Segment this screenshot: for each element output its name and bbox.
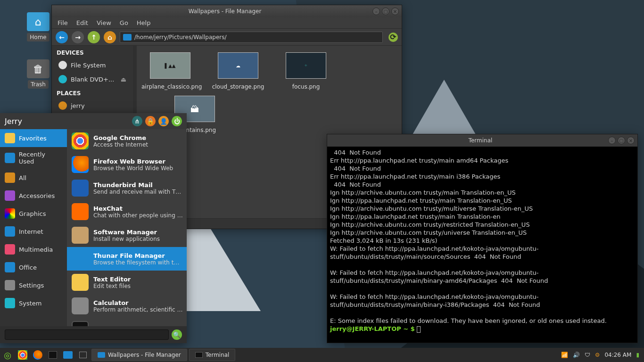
menu-help[interactable]: Help (137, 19, 151, 26)
text-editor-icon (72, 274, 89, 291)
eject-icon[interactable]: ⏏ (121, 76, 126, 83)
palette-icon (5, 208, 15, 219)
battery-icon[interactable]: ▮ (636, 352, 639, 358)
file-item[interactable]: ▌▲▲ airplane_classico.png (141, 52, 199, 90)
category-internet[interactable]: Internet (0, 222, 67, 240)
window-minimize-button[interactable]: – (608, 137, 616, 144)
category-graphics[interactable]: Graphics (0, 205, 67, 222)
app-item-chrome[interactable]: Google ChromeAccess the Internet (67, 129, 187, 153)
menu-file[interactable]: File (58, 19, 68, 26)
nav-up-button[interactable]: ↑ (88, 31, 100, 43)
menu-view[interactable]: View (97, 19, 111, 26)
menu-edit[interactable]: Edit (76, 19, 88, 26)
menu-action-logout-icon[interactable]: ⏻ (172, 116, 182, 126)
file-manager-titlebar[interactable]: Wallpapers - File Manager – ▢ × (52, 5, 402, 17)
drive-icon (58, 61, 67, 69)
path-bar[interactable]: /home/jerry/Pictures/Wallpapers/ (120, 32, 383, 43)
terminal-titlebar[interactable]: Terminal – ▢ × (327, 134, 637, 147)
category-label: Office (19, 264, 37, 271)
menu-search-input[interactable] (5, 329, 169, 340)
category-favorites[interactable]: Favorites (0, 129, 67, 147)
app-item-thunderbird[interactable]: Thunderbird MailSend and receive mail wi… (67, 176, 187, 200)
menu-go[interactable]: Go (120, 19, 128, 26)
app-item-software-manager[interactable]: Software ManagerInstall new applications (67, 223, 187, 247)
volume-icon[interactable]: 🔊 (573, 352, 580, 358)
app-name: Google Chrome (93, 134, 148, 141)
menu-launcher-button[interactable]: ◎ (1, 349, 14, 361)
task-label: Terminal (206, 352, 230, 358)
document-icon (5, 262, 15, 272)
taskbar: ◎ Wallpapers - File Manager Terminal 📶 🔊… (0, 348, 644, 362)
app-item-hexchat[interactable]: HexChatChat with other people using I... (67, 200, 187, 223)
mint-logo-icon: ◎ (4, 350, 11, 360)
sidebar-item-dvd[interactable]: Blank DVD+... ⏏ (52, 72, 133, 86)
app-item-thunar[interactable]: Thunar File ManagerBrowse the filesystem… (67, 247, 187, 271)
terminal-content[interactable]: 404 Not Found Err http://ppa.launchpad.n… (327, 147, 637, 343)
menu-action-lock-icon[interactable]: 🔒 (145, 116, 156, 126)
category-label: Internet (19, 228, 43, 235)
clock[interactable]: 04:26 AM (604, 352, 631, 358)
app-name: Software Manager (93, 229, 160, 236)
desktop-icon-home[interactable]: ⌂ Home (22, 12, 55, 41)
task-terminal[interactable]: Terminal (189, 349, 236, 361)
task-file-manager[interactable]: Wallpapers - File Manager (91, 349, 187, 361)
window-maximize-button[interactable]: ▢ (382, 8, 389, 15)
category-label: Graphics (19, 210, 46, 217)
window-close-button[interactable]: × (391, 8, 399, 15)
file-thumbnail: ▌▲▲ (150, 52, 190, 79)
window-minimize-button[interactable]: – (372, 8, 380, 15)
folder-icon (63, 351, 73, 359)
desktop-icon-trash[interactable]: 🗑 Trash (22, 59, 55, 89)
launcher-chrome[interactable] (16, 349, 29, 361)
sidebar-item-filesystem[interactable]: File System (52, 58, 133, 72)
window-maximize-button[interactable]: ▢ (618, 137, 625, 144)
sidebar-item-home[interactable]: jerry (52, 99, 133, 113)
menu-user-name: Jerry (5, 117, 22, 126)
sidebar-item-label: Blank DVD+... (71, 76, 114, 83)
category-system[interactable]: System (0, 294, 67, 312)
reload-button[interactable]: ⟳ (388, 33, 398, 42)
nav-forward-button[interactable]: → (72, 31, 84, 43)
sidebar-section-places: PLACES (52, 86, 133, 99)
star-icon (5, 133, 15, 143)
menu-action-allsettings-icon[interactable]: ⋔ (132, 116, 142, 126)
network-icon[interactable]: 📶 (561, 352, 568, 358)
menu-header: Jerry ⋔ 🔒 👤 ⏻ (0, 113, 187, 129)
category-office[interactable]: Office (0, 258, 67, 276)
launcher-files[interactable] (61, 349, 74, 361)
application-menu: Jerry ⋔ 🔒 👤 ⏻ Favorites Recently Used Al… (0, 113, 187, 343)
nav-home-button[interactable]: ⌂ (104, 31, 116, 43)
show-desktop-button[interactable] (76, 349, 90, 361)
app-desc: Send and receive mail with Th... (93, 189, 183, 195)
terminal-window: Terminal – ▢ × 404 Not Found Err http://… (327, 134, 638, 343)
app-item-xfce-terminal[interactable]: Xfce Terminal (67, 318, 187, 326)
category-all[interactable]: All (0, 169, 67, 187)
category-accessories[interactable]: Accessories (0, 187, 67, 205)
updates-icon[interactable]: ⚙ (595, 352, 600, 358)
search-icon[interactable]: 🔍 (172, 329, 182, 340)
category-multimedia[interactable]: Multimedia (0, 240, 67, 258)
folder-icon (123, 34, 132, 41)
security-icon[interactable]: 🛡 (585, 352, 590, 358)
nav-back-button[interactable]: ← (56, 31, 68, 43)
category-settings[interactable]: Settings (0, 276, 67, 294)
launcher-terminal[interactable] (46, 349, 59, 361)
trash-icon: 🗑 (27, 59, 50, 78)
thunderbird-icon (72, 180, 89, 197)
window-close-button[interactable]: × (627, 137, 635, 144)
desktop-icon-label: Trash (28, 80, 49, 89)
app-item-text-editor[interactable]: Text EditorEdit text files (67, 271, 187, 294)
launcher-firefox[interactable] (31, 349, 44, 361)
terminal-prompt: jerry@JERRY-LAPTOP ~ $ (330, 325, 417, 332)
file-manager-toolbar: ← → ↑ ⌂ /home/jerry/Pictures/Wallpapers/… (52, 29, 402, 46)
file-thumbnail: ⌖ (286, 52, 326, 79)
scissors-icon (5, 190, 15, 201)
app-item-firefox[interactable]: Firefox Web BrowserBrowse the World Wide… (67, 153, 187, 176)
file-item[interactable]: ☁ cloud_storage.png (209, 52, 267, 90)
category-recent[interactable]: Recently Used (0, 147, 67, 169)
app-desc: Perform arithmetic, scientific o... (93, 306, 183, 313)
menu-action-switchuser-icon[interactable]: 👤 (158, 116, 169, 126)
app-desc: Edit text files (93, 283, 131, 289)
file-item[interactable]: ⌖ focus.png (277, 52, 335, 90)
app-item-calculator[interactable]: CalculatorPerform arithmetic, scientific… (67, 294, 187, 318)
